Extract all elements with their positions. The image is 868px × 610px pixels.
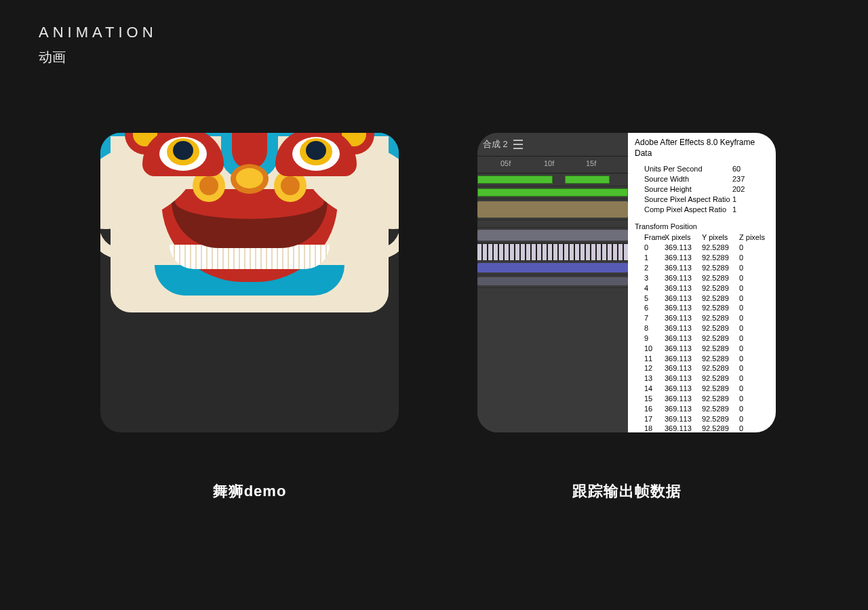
kf-row: 11369.11392.52890 <box>644 354 772 364</box>
kf-col-headers: Frame X pixels Y pixels Z pixels <box>644 232 772 243</box>
lion-illustration <box>100 133 399 432</box>
kf-row: 10369.11392.52890 <box>644 344 772 354</box>
track-gap <box>477 220 628 228</box>
kf-meta: Units Per Second60Source Width237Source … <box>644 164 772 214</box>
track-bar[interactable] <box>477 275 628 288</box>
menu-icon[interactable] <box>513 140 523 149</box>
header-zh: 动画 <box>39 48 157 66</box>
kf-meta-row: Source Height202 <box>644 184 772 195</box>
ae-tab-label: 合成 2 <box>483 138 508 150</box>
col-x: X pixels <box>665 232 702 243</box>
kf-row: 9369.11392.52890 <box>644 333 772 344</box>
kf-row: 2369.11392.52890 <box>644 263 772 273</box>
track-bar[interactable] <box>477 261 628 275</box>
kf-title: Adobe After Effects 8.0 Keyframe Data <box>635 137 772 159</box>
kf-row: 7369.11392.52890 <box>644 313 772 323</box>
track-bar[interactable] <box>477 199 628 220</box>
time-ruler[interactable]: 05f 10f 15f <box>477 156 628 174</box>
track-bar[interactable] <box>477 174 628 186</box>
kf-row: 13369.11392.52890 <box>644 373 772 384</box>
kf-meta-row: Comp Pixel Aspect Ratio1 <box>644 205 772 215</box>
ae-timeline[interactable]: 05f 10f 15f <box>477 156 628 432</box>
track-pattern[interactable] <box>477 243 628 261</box>
kf-row: 6369.11392.52890 <box>644 303 772 313</box>
kf-row: 17369.11392.52890 <box>644 414 772 424</box>
kf-row: 8369.11392.52890 <box>644 323 772 333</box>
timeline-tracks[interactable] <box>477 174 628 288</box>
ae-comp-tab[interactable]: 合成 2 <box>483 137 523 152</box>
keyframe-data-panel[interactable]: Adobe After Effects 8.0 Keyframe Data Un… <box>628 133 776 432</box>
kf-row: 1369.11392.52890 <box>644 253 772 263</box>
card-keyframe-data[interactable]: 合成 2 05f 10f 15f <box>477 133 776 432</box>
header-en: ANIMATION <box>39 24 157 41</box>
kf-meta-row: Source Pixel Aspect Ratio1 <box>644 195 772 205</box>
kf-row: 0369.11392.52890 <box>644 243 772 253</box>
kf-meta-row: Source Width237 <box>644 174 772 184</box>
kf-meta-row: Units Per Second60 <box>644 164 772 174</box>
kf-section: Transform Position <box>635 222 772 232</box>
kf-row: 18369.11392.52890 <box>644 424 772 432</box>
kf-row: 5369.11392.52890 <box>644 293 772 304</box>
col-y: Y pixels <box>702 232 739 243</box>
ruler-tick: 15f <box>586 159 596 167</box>
ruler-tick: 05f <box>500 159 511 167</box>
track-bar[interactable] <box>477 228 628 243</box>
col-frame: Frame <box>644 232 665 243</box>
caption-left: 舞狮demo <box>100 481 399 502</box>
kf-row: 16369.11392.52890 <box>644 404 772 414</box>
kf-row: 4369.11392.52890 <box>644 283 772 293</box>
kf-row: 3369.11392.52890 <box>644 273 772 283</box>
kf-rows: 0369.11392.528901369.11392.528902369.113… <box>644 243 772 432</box>
caption-right: 跟踪输出帧数据 <box>477 481 776 502</box>
card-lion-demo[interactable] <box>100 133 399 432</box>
track-bar[interactable] <box>477 186 628 199</box>
col-z: Z pixels <box>739 232 770 243</box>
kf-row: 12369.11392.52890 <box>644 363 772 373</box>
kf-row: 14369.11392.52890 <box>644 384 772 394</box>
kf-row: 15369.11392.52890 <box>644 394 772 404</box>
ruler-tick: 10f <box>544 159 554 167</box>
page-header: ANIMATION 动画 <box>39 24 157 66</box>
